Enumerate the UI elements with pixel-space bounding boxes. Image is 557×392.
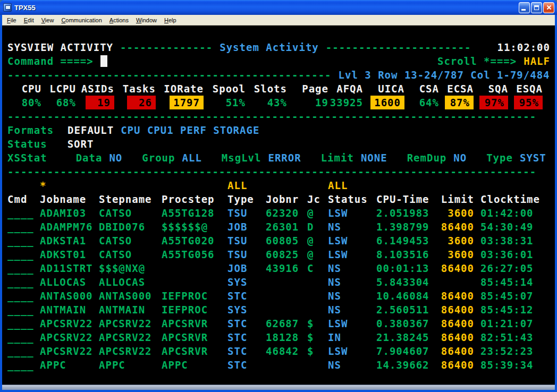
cell-stepname: APCSRV22 xyxy=(99,344,162,358)
table-row: ____ADKST01CATSOA55TG056TSU60825@LSW8.10… xyxy=(7,248,550,261)
formats-line: Formats DEFAULT CPU CPU1 PERF STORAGE xyxy=(7,123,550,137)
cell-jobname: ALLOCAS xyxy=(40,275,99,289)
cell-stepname: ALLOCAS xyxy=(99,275,162,289)
table-row: ____APCSRV22APCSRV22APCSRVRSTC62687$LSW0… xyxy=(7,317,550,330)
scroll-value[interactable]: HALF xyxy=(524,54,550,68)
menu-view[interactable]: View xyxy=(38,15,58,25)
cell-status: LSW xyxy=(328,206,376,220)
cell-jobname: ADKSTA1 xyxy=(40,234,99,248)
separator-line-1: ----------------------------------------… xyxy=(7,109,550,123)
cell-jobname: AD11STRT xyxy=(40,261,99,275)
stat-label-spool: Spool xyxy=(204,82,246,96)
menu-file[interactable]: File xyxy=(3,15,20,25)
stat-value-page: 19 xyxy=(287,96,328,109)
option-value[interactable]: ERROR xyxy=(268,152,301,164)
option-value[interactable]: ALL xyxy=(182,152,202,164)
cell-cpu_time: 2.560511 xyxy=(376,303,439,317)
cell-type: SYS xyxy=(227,275,266,289)
menu-bar: FileEditViewCommunicationActionsWindowHe… xyxy=(2,15,555,25)
command-line[interactable]: Command ====> Scroll *===> HALF xyxy=(7,54,550,68)
cell-cpu_time: 7.904607 xyxy=(376,344,439,358)
filter-status[interactable]: ALL xyxy=(328,178,376,192)
cell-type: SYS xyxy=(227,303,266,317)
option-value[interactable]: NONE xyxy=(361,152,387,164)
ruler-line: ----------------------------------------… xyxy=(7,68,550,82)
col-header-cmd: Cmd xyxy=(7,192,40,206)
stat-value-esqa: 95% xyxy=(508,96,543,109)
stat-value-text: 19 xyxy=(86,96,114,109)
cell-cpu_time: 6.149453 xyxy=(376,234,439,248)
filter-type[interactable]: ALL xyxy=(227,178,266,192)
option-value[interactable]: SYST xyxy=(520,152,546,164)
stat-label-esqa: ESQA xyxy=(508,82,543,96)
cmd-input[interactable]: ____ xyxy=(7,303,40,317)
stat-value-csa: 64% xyxy=(404,96,439,109)
cmd-input[interactable]: ____ xyxy=(7,330,40,344)
cell-jobnr: 26301 xyxy=(266,220,307,234)
cmd-input[interactable]: ____ xyxy=(7,344,40,358)
option-type: TypeSYST xyxy=(486,151,546,165)
option-data: DataNO xyxy=(76,151,123,165)
stat-value-text: 1600 xyxy=(370,96,404,109)
table-row: ____APCSRV22APCSRV22APCSRVRSTC46842$LSW7… xyxy=(7,344,550,358)
option-label: Type xyxy=(486,152,513,164)
close-button[interactable] xyxy=(543,2,554,13)
stat-label-ecsa: ECSA xyxy=(439,82,474,96)
panel-name: SYSVIEW ACTIVITY xyxy=(7,40,113,54)
cmd-input[interactable]: ____ xyxy=(7,206,40,220)
cmd-input[interactable]: ____ xyxy=(7,220,40,234)
cell-jobname: ANTAS000 xyxy=(40,289,99,303)
cell-cpu_time: 0.380367 xyxy=(376,317,439,330)
stat-value-afqa: 33925 xyxy=(328,96,363,109)
minimize-button[interactable] xyxy=(519,2,530,13)
cmd-input[interactable]: ____ xyxy=(7,358,40,372)
formats-selected[interactable]: DEFAULT xyxy=(67,123,114,137)
cell-cpu_time: 1.398799 xyxy=(376,220,439,234)
stat-label-tasks: Tasks xyxy=(114,82,156,96)
table-row: ____APPCAPPCAPPCSTCNS14.396628640085:39:… xyxy=(7,358,550,372)
job-table-header: CmdJobnameStepnameProcstepTypeJobnrJcSta… xyxy=(7,192,550,206)
table-row: ____APCSRV22APCSRV22APCSRVRSTC18128$IN21… xyxy=(7,330,550,344)
cmd-input[interactable]: ____ xyxy=(7,275,40,289)
cmd-input[interactable]: ____ xyxy=(7,317,40,330)
cell-procstep: A55TG020 xyxy=(162,234,227,248)
cell-limit: 86400 xyxy=(439,289,474,303)
status-value[interactable]: SORT xyxy=(67,137,94,151)
menu-communication[interactable]: Communication xyxy=(57,15,105,25)
menu-help[interactable]: Help xyxy=(161,15,180,25)
cmd-input[interactable]: ____ xyxy=(7,261,40,275)
cmd-input[interactable]: ____ xyxy=(7,234,40,248)
title-bar[interactable]: TPX55 xyxy=(0,0,557,15)
col-header-jc: Jc xyxy=(307,192,328,206)
stat-value-text: 19 xyxy=(315,96,328,109)
stat-label-csa: CSA xyxy=(404,82,439,96)
terminal-screen[interactable]: SYSVIEW ACTIVITY -------------- System A… xyxy=(2,25,555,385)
cell-jobname: ADAMI03 xyxy=(40,206,99,220)
filter-jobname[interactable]: * xyxy=(40,178,99,192)
cell-status: IN xyxy=(328,330,376,344)
cell-clocktime: 85:39:34 xyxy=(474,358,544,372)
table-row: ____ADAMI03CATSOA55TG128TSU62320@LSW2.05… xyxy=(7,206,550,220)
menu-window[interactable]: Window xyxy=(132,15,161,25)
option-value[interactable]: NO xyxy=(109,152,122,164)
cell-jobnr: 62320 xyxy=(266,206,307,220)
menu-actions[interactable]: Actions xyxy=(106,15,132,25)
stat-value-ecsa: 87% xyxy=(439,96,474,109)
option-group: GroupALL xyxy=(142,151,202,165)
input-cursor[interactable] xyxy=(100,55,107,67)
maximize-button[interactable] xyxy=(531,2,542,13)
row-col-info: Lvl 3 Row 13-24/787 Col 1-79/484 xyxy=(339,68,550,82)
clock: 11:02:00 xyxy=(497,40,550,54)
cell-status: LSW xyxy=(328,317,376,330)
menu-edit[interactable]: Edit xyxy=(20,15,38,25)
cmd-input[interactable]: ____ xyxy=(7,248,40,261)
option-label: MsgLvl xyxy=(222,152,261,164)
cell-status: NS xyxy=(328,275,376,289)
option-value[interactable]: NO xyxy=(453,152,467,164)
cell-type: TSU xyxy=(227,234,266,248)
cell-limit: 3600 xyxy=(439,248,474,261)
cell-cpu_time: 14.39662 xyxy=(376,358,439,372)
cell-stepname: ANTAS000 xyxy=(99,289,162,303)
cmd-input[interactable]: ____ xyxy=(7,289,40,303)
formats-options[interactable]: CPU CPU1 PERF STORAGE xyxy=(121,123,259,137)
